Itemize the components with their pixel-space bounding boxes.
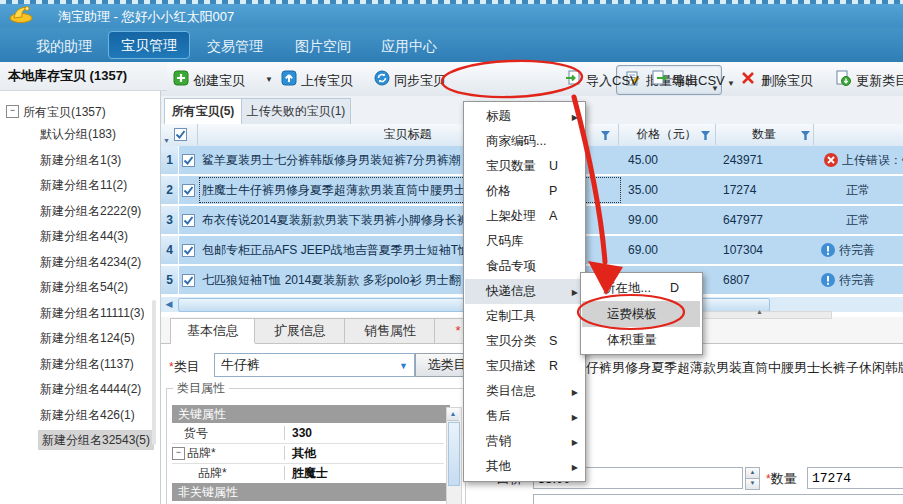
nav-tab-image-space[interactable]: 图片空间 xyxy=(286,36,360,56)
export-csv-button[interactable]: 导出CSV xyxy=(672,72,725,90)
menu-item-item-description[interactable]: 宝贝描述R xyxy=(465,354,583,379)
price-filter-funnel-icon[interactable] xyxy=(701,131,710,140)
menu-item-custom-tools[interactable]: 定制工具 xyxy=(465,304,583,329)
nav-tab-trade-manage[interactable]: 交易管理 xyxy=(198,36,272,56)
title-filter-funnel-icon[interactable] xyxy=(601,131,610,140)
selected-item-title-fragment: 仔裤男修身夏季超薄款男装直筒中腰男士长裤子休闲韩版潮 xyxy=(586,359,903,377)
upload-error-icon xyxy=(824,153,838,167)
bottom-text-input[interactable] xyxy=(533,494,903,504)
attr-label: 货号 xyxy=(184,423,208,443)
export-csv-icon xyxy=(651,70,667,86)
update-category-button[interactable]: 更新类目 xyxy=(856,72,903,90)
row-checkbox-checked[interactable] xyxy=(182,274,195,287)
title-bar: 淘宝助理 - 您好小小红太阳007 xyxy=(0,0,903,28)
menu-item-category-info[interactable]: 类目信息▶ xyxy=(465,379,583,404)
category-combobox[interactable]: 牛仔裤 ▼ xyxy=(214,353,415,377)
submenu-item-location[interactable]: 所在地...D xyxy=(582,275,700,301)
price-spinner-down[interactable]: ▼ xyxy=(745,478,760,490)
item-qty-cell: 17274 xyxy=(723,176,813,204)
menu-shortcut: P xyxy=(549,179,557,204)
qty-input[interactable] xyxy=(807,467,903,489)
sidebar-item-group-44[interactable]: 新建分组名44(3) xyxy=(40,226,128,246)
qty-field-label: *数量 xyxy=(766,470,797,488)
sync-item-button[interactable]: 同步宝贝 xyxy=(394,72,446,90)
menu-item-listing[interactable]: 上架处理A xyxy=(465,204,583,229)
menu-item-express-info[interactable]: 快递信息▶ xyxy=(465,279,583,304)
sidebar-item-group-2222[interactable]: 新建分组名2222(9) xyxy=(40,201,141,221)
item-qty-cell: 243971 xyxy=(723,146,813,174)
nav-tab-app-center[interactable]: 应用中心 xyxy=(372,36,446,56)
attr-row[interactable]: 品牌* 胜魔士 xyxy=(172,463,444,484)
grid-divider xyxy=(284,426,285,440)
attr-label: 品牌* xyxy=(198,463,227,483)
header-checkbox-checked[interactable] xyxy=(174,128,187,141)
nav-tab-my-assistant[interactable]: 我的助理 xyxy=(20,36,108,56)
menu-item-after-sales[interactable]: 售后▶ xyxy=(465,404,583,429)
menu-item-size-library[interactable]: 尺码库 xyxy=(465,229,583,254)
local-inventory-sidebar: 本地库存宝贝 (1357) − 所有宝贝(1357) 默认分组(183) 新建分… xyxy=(0,62,161,504)
qty-filter-funnel-icon[interactable] xyxy=(801,131,810,140)
menu-item-merchant-code[interactable]: 商家编码... xyxy=(465,129,583,154)
sidebar-item-all-items[interactable]: 所有宝贝(1357) xyxy=(23,102,106,122)
row-checkbox-checked[interactable] xyxy=(182,244,195,257)
attrs-vertical-scrollbar[interactable]: ▲ xyxy=(446,407,462,504)
sidebar-scrollbar[interactable] xyxy=(152,300,156,445)
attrs-scroll-thumb[interactable] xyxy=(448,422,460,486)
sidebar-item-group-124[interactable]: 新建分组名124(5) xyxy=(40,328,135,348)
menu-item-food-special[interactable]: 食品专项 xyxy=(465,254,583,279)
export-dropdown-caret-icon[interactable]: ▼ xyxy=(727,79,735,88)
submenu-arrow-icon: ▶ xyxy=(572,430,578,455)
batch-edit-context-menu: 标题▶ 商家编码... 宝贝数量U 价格P 上架处理A 尺码库 食品专项 快递信… xyxy=(463,101,586,482)
menu-item-title[interactable]: 标题▶ xyxy=(465,104,583,129)
menu-item-item-quantity[interactable]: 宝贝数量U xyxy=(465,154,583,179)
tree-collapse-icon[interactable]: − xyxy=(6,105,19,118)
import-csv-button[interactable]: 导入CSV xyxy=(586,72,639,90)
sidebar-item-group-default[interactable]: 默认分组(183) xyxy=(40,124,116,144)
item-price-cell: 69.00 xyxy=(628,236,715,264)
taobao-assistant-window: { "icons": { "dropdown": "▼", "menu_arro… xyxy=(0,0,903,504)
menu-item-other[interactable]: 其他▶ xyxy=(465,454,583,479)
sidebar-item-group-11111[interactable]: 新建分组名11111(3) xyxy=(40,303,144,323)
nav-tab-item-manage[interactable]: 宝贝管理 xyxy=(108,31,190,59)
item-qty-cell: 647977 xyxy=(723,206,813,234)
tab-all-items[interactable]: 所有宝贝(5) xyxy=(164,98,242,125)
item-status-cell: 正常 xyxy=(813,176,903,204)
column-header-qty[interactable]: 数量 xyxy=(715,124,814,145)
sidebar-item-group-1137[interactable]: 新建分组名(1137) xyxy=(40,354,134,374)
create-dropdown-caret-icon[interactable]: ▼ xyxy=(265,75,273,84)
sidebar-item-group-32543-selected[interactable]: 新建分组名32543(5) xyxy=(38,430,154,450)
submenu-item-shipping-template[interactable]: 运费模板 xyxy=(582,301,700,327)
attr-row[interactable]: 货号 330 xyxy=(172,423,444,444)
menu-shortcut: U xyxy=(549,154,558,179)
tab-sales-attrs[interactable]: 销售属性 xyxy=(344,318,436,343)
attr-row[interactable]: − 品牌* 其他 xyxy=(172,443,444,464)
delete-item-button[interactable]: 删除宝贝 xyxy=(761,72,813,90)
category-dropdown-icon[interactable]: ▼ xyxy=(399,355,408,377)
attr-collapse-icon[interactable]: − xyxy=(172,447,185,460)
tab-extended-info[interactable]: 扩展信息 xyxy=(254,318,346,343)
sidebar-item-group-426[interactable]: 新建分组名426(1) xyxy=(40,405,135,425)
column-header-status[interactable] xyxy=(813,124,903,145)
scroll-left-arrow-icon[interactable]: ◀ xyxy=(162,298,176,311)
sidebar-item-group-4444[interactable]: 新建分组名4444(2) xyxy=(40,379,141,399)
attrs-scroll-up-icon[interactable]: ▲ xyxy=(447,408,459,421)
row-checkbox-checked[interactable] xyxy=(182,214,195,227)
tab-upload-failed[interactable]: 上传失败的宝贝(1) xyxy=(241,98,351,124)
tab-basic-info[interactable]: 基本信息 xyxy=(170,318,256,344)
column-header-price[interactable]: 价格（元） xyxy=(618,124,716,145)
submenu-item-volume-weight[interactable]: 体积重量 xyxy=(582,327,700,353)
create-item-button[interactable]: 创建宝贝 xyxy=(193,72,245,90)
splitter-collapse-icon[interactable]: ▲ xyxy=(756,308,763,315)
menu-item-marketing[interactable]: 营销▶ xyxy=(465,429,583,454)
row-checkbox-checked[interactable] xyxy=(182,154,195,167)
sidebar-item-group-54[interactable]: 新建分组名54(2) xyxy=(40,277,128,297)
sidebar-item-group-1[interactable]: 新建分组名1(3) xyxy=(40,150,121,170)
sidebar-item-group-4234[interactable]: 新建分组名4234(2) xyxy=(40,252,141,272)
header-select-cell[interactable]: ▼ xyxy=(161,124,198,145)
sidebar-item-group-11[interactable]: 新建分组名11(2) xyxy=(40,175,127,195)
delete-item-icon xyxy=(740,70,756,86)
menu-item-price[interactable]: 价格P xyxy=(465,179,583,204)
menu-item-item-category[interactable]: 宝贝分类S xyxy=(465,329,583,354)
row-checkbox-checked[interactable] xyxy=(182,184,195,197)
upload-item-button[interactable]: 上传宝贝 xyxy=(301,72,353,90)
